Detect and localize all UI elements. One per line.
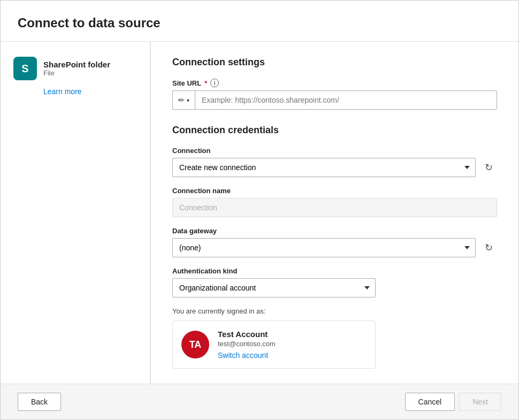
account-avatar: TA [181, 331, 209, 358]
data-gateway-refresh-button[interactable]: ↻ [480, 239, 497, 256]
site-url-info-icon[interactable]: i [210, 79, 219, 87]
account-details: Test Account test@contoso.com Switch acc… [218, 330, 276, 360]
connection-settings-title: Connection settings [172, 57, 497, 68]
connection-dropdown-row: Create new connection ↻ [172, 158, 497, 177]
connection-name-field: Connection name [172, 187, 497, 217]
data-gateway-label: Data gateway [172, 227, 497, 235]
signed-in-section: You are currently signed in as: TA Test … [172, 307, 497, 369]
edit-mode-button[interactable]: ✏ ▾ [172, 90, 195, 110]
connector-info: S SharePoint folder File [13, 57, 137, 80]
connection-name-input[interactable] [172, 198, 497, 217]
signed-in-label: You are currently signed in as: [172, 307, 497, 315]
connector-name: SharePoint folder [43, 60, 110, 69]
switch-account-link[interactable]: Switch account [218, 351, 276, 360]
connection-label: Connection [172, 147, 497, 155]
data-gateway-dropdown[interactable]: (none) [172, 238, 476, 257]
next-button: Next [459, 393, 501, 411]
connection-credentials-section: Connection credentials Connection Create… [172, 125, 497, 369]
connection-dropdown[interactable]: Create new connection [172, 158, 476, 177]
connection-field: Connection Create new connection ↻ [172, 147, 497, 177]
footer-right-actions: Cancel Next [405, 393, 501, 411]
connection-refresh-button[interactable]: ↻ [480, 159, 497, 176]
page-title: Connect to data source [1, 1, 518, 42]
account-name: Test Account [218, 330, 276, 339]
cancel-button[interactable]: Cancel [405, 393, 455, 411]
connector-icon: S [13, 57, 37, 80]
auth-kind-dropdown[interactable]: Organizational account [172, 278, 376, 297]
connection-credentials-title: Connection credentials [172, 125, 497, 136]
site-url-row: ✏ ▾ [172, 90, 497, 110]
account-email: test@contoso.com [218, 340, 276, 348]
edit-icon: ✏ [178, 96, 185, 104]
connector-type: File [43, 69, 110, 77]
sidebar: S SharePoint folder File Learn more [1, 42, 150, 384]
account-card: TA Test Account test@contoso.com Switch … [172, 320, 376, 369]
site-url-field: Site URL * i ✏ ▾ [172, 79, 497, 110]
auth-kind-label: Authentication kind [172, 267, 497, 275]
connection-name-label: Connection name [172, 187, 497, 195]
back-button[interactable]: Back [18, 393, 61, 411]
site-url-label-text: Site URL [172, 79, 201, 87]
data-gateway-field: Data gateway (none) ↻ [172, 227, 497, 257]
data-gateway-dropdown-row: (none) ↻ [172, 238, 497, 257]
site-url-label: Site URL * i [172, 79, 497, 87]
edit-chevron-icon: ▾ [187, 97, 189, 103]
learn-more-link[interactable]: Learn more [43, 87, 82, 96]
right-panel: Connection settings Site URL * i ✏ ▾ Con [151, 42, 518, 384]
connection-settings-section: Connection settings Site URL * i ✏ ▾ [172, 57, 497, 110]
auth-kind-field: Authentication kind Organizational accou… [172, 267, 497, 297]
site-url-input[interactable] [195, 90, 497, 110]
site-url-required-marker: * [204, 79, 207, 87]
footer: Back Cancel Next [1, 384, 518, 419]
